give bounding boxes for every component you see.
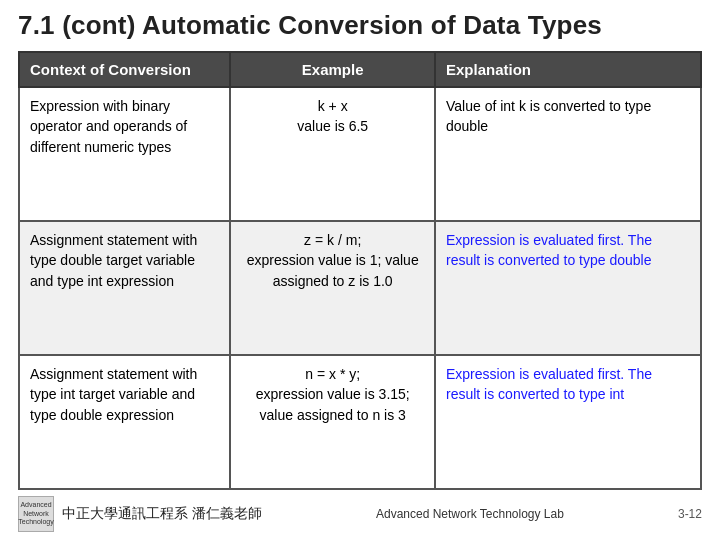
- table-row: Expression with binary operator and oper…: [19, 87, 701, 221]
- page-title: 7.1 (cont) Automatic Conversion of Data …: [18, 10, 702, 41]
- lab-logo: Advanced Network Technology: [18, 496, 54, 532]
- header-explanation: Explanation: [435, 52, 701, 87]
- row1-context: Expression with binary operator and oper…: [19, 87, 230, 221]
- header-context: Context of Conversion: [19, 52, 230, 87]
- row3-context: Assignment statement with type int targe…: [19, 355, 230, 489]
- lab-text: Advanced Network Technology Lab: [376, 507, 564, 521]
- row3-explanation: Expression is evaluated first. The resul…: [435, 355, 701, 489]
- header-example: Example: [230, 52, 435, 87]
- logo-line2: Network: [23, 510, 49, 518]
- logo-line1: Advanced: [20, 501, 51, 509]
- row3-example: n = x * y;expression value is 3.15; valu…: [230, 355, 435, 489]
- row1-explanation: Value of int k is converted to type doub…: [435, 87, 701, 221]
- footer: Advanced Network Technology 中正大學通訊工程系 潘仁…: [18, 496, 702, 532]
- row2-context: Assignment statement with type double ta…: [19, 221, 230, 355]
- table-row: Assignment statement with type int targe…: [19, 355, 701, 489]
- row1-example: k + xvalue is 6.5: [230, 87, 435, 221]
- conversion-table: Context of Conversion Example Explanatio…: [18, 51, 702, 490]
- university-text: 中正大學通訊工程系 潘仁義老師: [62, 505, 262, 523]
- table-row: Assignment statement with type double ta…: [19, 221, 701, 355]
- logo-line3: Technology: [18, 518, 53, 526]
- row2-explanation: Expression is evaluated first. The resul…: [435, 221, 701, 355]
- row2-example: z = k / m;expression value is 1; value a…: [230, 221, 435, 355]
- page: 7.1 (cont) Automatic Conversion of Data …: [0, 0, 720, 540]
- page-number: 3-12: [678, 507, 702, 521]
- footer-left: Advanced Network Technology 中正大學通訊工程系 潘仁…: [18, 496, 262, 532]
